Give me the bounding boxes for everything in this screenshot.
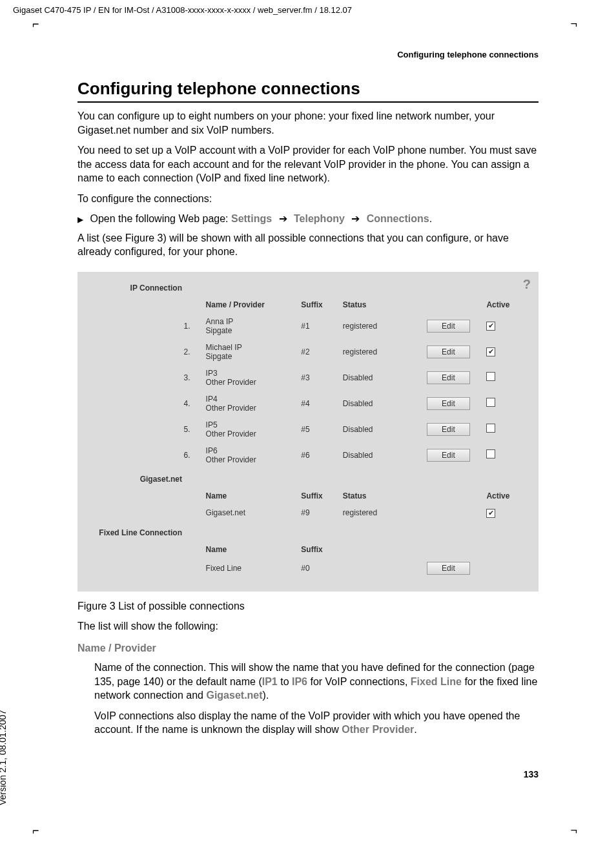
table-row: 4. IP4Other Provider #4 Disabled Edit bbox=[92, 391, 524, 417]
intro-p4: A list (see Figure 3) will be shown with… bbox=[77, 231, 539, 259]
nav-telephony: Telephony bbox=[294, 213, 345, 224]
ip-connection-label: IP Connection bbox=[92, 283, 182, 293]
table-row: 3. IP3Other Provider #3 Disabled Edit bbox=[92, 365, 524, 391]
intro-p1: You can configure up to eight numbers on… bbox=[77, 109, 539, 137]
col-name: Name / Provider bbox=[202, 296, 298, 313]
nav-prefix: Open the following Web page: bbox=[90, 213, 231, 224]
active-checkbox[interactable] bbox=[486, 449, 495, 458]
crop-marks: ⌐¬ bbox=[0, 17, 616, 30]
edit-button[interactable]: Edit bbox=[427, 371, 470, 384]
triangle-icon: ▶ bbox=[77, 215, 83, 224]
def-p1: Name of the connection. This will show t… bbox=[94, 661, 539, 703]
help-icon[interactable]: ? bbox=[523, 277, 531, 292]
table-row: 2. Michael IPSipgate #2 registered Edit … bbox=[92, 339, 524, 365]
doc-header: Gigaset C470-475 IP / EN for IM-Ost / A3… bbox=[0, 0, 616, 17]
running-head: Configuring telephone connections bbox=[77, 50, 539, 59]
intro-p2: You need to set up a VoIP account with a… bbox=[77, 143, 539, 185]
arrow-icon: ➔ bbox=[351, 213, 360, 224]
def-label: Name / Provider bbox=[77, 643, 539, 654]
col-active: Active bbox=[482, 296, 524, 313]
table-row: Gigaset.net #9 registered ✔ bbox=[92, 504, 524, 522]
nav-suffix: . bbox=[429, 213, 432, 224]
edit-button[interactable]: Edit bbox=[427, 397, 470, 410]
table-row: 1. Anna IPSipgate #1 registered Edit ✔ bbox=[92, 313, 524, 339]
page-number: 133 bbox=[77, 769, 539, 779]
active-checkbox[interactable]: ✔ bbox=[486, 322, 495, 331]
edit-button[interactable]: Edit bbox=[427, 345, 470, 358]
table-row: 6. IP6Other Provider #6 Disabled Edit bbox=[92, 442, 524, 468]
gigaset-label: Gigaset.net bbox=[92, 475, 182, 484]
fixed-line-label: Fixed Line Connection bbox=[92, 528, 182, 537]
active-checkbox[interactable]: ✔ bbox=[486, 509, 495, 518]
edit-button[interactable]: Edit bbox=[427, 423, 470, 436]
crop-mark: ¬ bbox=[570, 824, 577, 838]
page-title: Configuring telephone connections bbox=[77, 79, 539, 103]
crop-mark: ⌐ bbox=[32, 824, 39, 838]
connections-panel: ? IP Connection Name / Provider Suffix S… bbox=[77, 272, 539, 592]
col-suffix: Suffix bbox=[297, 296, 339, 313]
intro-p3: To configure the connections: bbox=[77, 192, 539, 206]
gigaset-header-row: Name Suffix Status Active bbox=[92, 488, 524, 504]
active-checkbox[interactable] bbox=[486, 372, 495, 381]
figure-caption: Figure 3 List of possible connections bbox=[77, 599, 539, 613]
arrow-icon: ➔ bbox=[279, 213, 287, 224]
ip-header-row: Name / Provider Suffix Status Active bbox=[92, 296, 524, 313]
table-row: 5. IP5Other Provider #5 Disabled Edit bbox=[92, 417, 524, 442]
edit-button[interactable]: Edit bbox=[427, 562, 470, 575]
edit-button[interactable]: Edit bbox=[427, 449, 470, 462]
version-label: Version 2.1, 08.01.2007 bbox=[0, 710, 8, 805]
fixed-header-row: Name Suffix bbox=[92, 541, 524, 558]
active-checkbox[interactable] bbox=[486, 424, 495, 433]
def-p2: VoIP connections also display the name o… bbox=[94, 709, 539, 737]
table-row: Fixed Line #0 Edit bbox=[92, 558, 524, 579]
edit-button[interactable]: Edit bbox=[427, 320, 470, 333]
nav-settings: Settings bbox=[231, 213, 272, 224]
nav-path: ▶ Open the following Web page: Settings … bbox=[77, 212, 539, 225]
list-intro: The list will show the following: bbox=[77, 619, 539, 633]
col-status: Status bbox=[339, 296, 415, 313]
nav-connections: Connections bbox=[367, 213, 429, 224]
active-checkbox[interactable]: ✔ bbox=[486, 347, 495, 356]
active-checkbox[interactable] bbox=[486, 398, 495, 407]
